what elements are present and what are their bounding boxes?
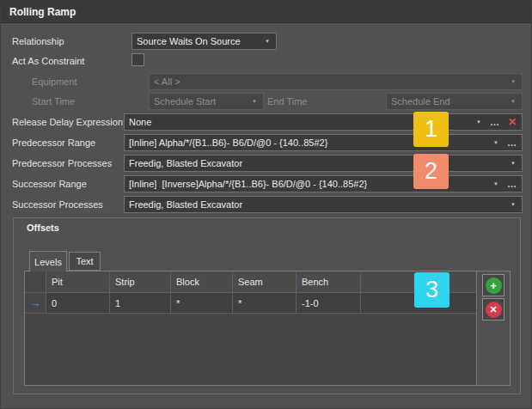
column-header-strip[interactable]: Strip: [110, 272, 171, 292]
relationship-dropdown[interactable]: Source Waits On Source ▼: [131, 33, 277, 50]
ellipsis-button[interactable]: …: [486, 117, 504, 127]
offsets-table-header: Pit Strip Block Seam Bench: [25, 272, 476, 293]
chevron-down-icon[interactable]: ▼: [488, 140, 504, 145]
chevron-down-icon[interactable]: ▼: [505, 202, 521, 207]
table-row[interactable]: → 0 1 * * -1-0: [25, 293, 476, 314]
annotation-badge-3-number: 3: [425, 277, 438, 303]
predecessor-processes-dropdown[interactable]: Freedig, Blasted Excavator ▼: [124, 155, 523, 172]
predecessor-range-field[interactable]: [Inline] Alpha/*/{B1..B6}- B6/D/@0 - {14…: [124, 134, 523, 151]
predecessor-processes-label: Predecessor Processes: [12, 155, 112, 172]
row-selector-cell[interactable]: →: [25, 293, 46, 313]
offsets-table: Pit Strip Block Seam Bench → 0 1 * * -1-…: [24, 271, 477, 386]
cell-block[interactable]: *: [171, 293, 233, 313]
successor-processes-value: Freedig, Blasted Excavator: [129, 199, 505, 210]
ellipsis-button[interactable]: …: [504, 137, 521, 148]
successor-processes-dropdown[interactable]: Freedig, Blasted Excavator ▼: [124, 196, 523, 213]
annotation-badge-1: 1: [413, 112, 449, 147]
column-header-block[interactable]: Block: [171, 272, 233, 292]
column-header-seam[interactable]: Seam: [233, 272, 297, 292]
column-header-pit[interactable]: Pit: [46, 272, 110, 292]
equipment-label: Equipment: [32, 73, 77, 90]
successor-processes-label: Successor Processes: [12, 196, 103, 213]
cell-strip[interactable]: 1: [110, 293, 171, 313]
equipment-value: < All >: [154, 76, 505, 87]
cell-bench[interactable]: -1-0: [297, 293, 361, 313]
predecessor-range-label: Predecessor Range: [12, 134, 95, 151]
panel-header: Rolling Ramp: [1, 1, 531, 23]
plus-icon: +: [486, 278, 502, 294]
offsets-group-title: Offsets: [27, 223, 59, 233]
annotation-badge-2-number: 2: [425, 158, 437, 185]
add-row-button[interactable]: +: [482, 274, 504, 296]
column-header-bench[interactable]: Bench: [297, 272, 361, 292]
release-delay-label: Release Delay Expression: [12, 113, 123, 131]
chevron-down-icon: ▼: [505, 99, 521, 104]
predecessor-processes-value: Freedig, Blasted Excavator: [129, 158, 505, 168]
row-selector-header: [25, 272, 46, 292]
current-row-arrow-icon: →: [30, 296, 41, 309]
tab-levels-label: Levels: [34, 257, 62, 267]
act-as-constraint-label: Act As Constraint: [12, 52, 84, 70]
rolling-ramp-panel: Rolling Ramp Relationship Source Waits O…: [0, 0, 532, 409]
panel-title: Rolling Ramp: [9, 6, 76, 18]
cell-pit[interactable]: 0: [46, 293, 110, 313]
start-time-value: Schedule Start: [154, 96, 247, 107]
tab-levels[interactable]: Levels: [29, 251, 67, 272]
end-time-value: Schedule End: [391, 96, 505, 107]
row-buttons-panel: + ✕: [477, 271, 511, 386]
end-time-dropdown: Schedule End ▼: [386, 93, 523, 110]
start-time-dropdown: Schedule Start ▼: [149, 93, 264, 110]
relationship-label: Relationship: [12, 33, 64, 50]
annotation-badge-3: 3: [414, 272, 449, 308]
tab-text-label: Text: [76, 256, 93, 266]
cell-seam[interactable]: *: [233, 293, 297, 313]
equipment-dropdown: < All > ▼: [149, 73, 523, 90]
chevron-down-icon[interactable]: ▼: [505, 161, 521, 166]
start-time-label: Start Time: [32, 93, 75, 110]
successor-range-field[interactable]: [Inline] [Inverse]Alpha/*/{B1..B6}- B6/D…: [124, 175, 523, 192]
tab-text[interactable]: Text: [69, 252, 101, 271]
chevron-down-icon: ▼: [247, 99, 262, 104]
ellipsis-button[interactable]: …: [504, 179, 521, 189]
chevron-down-icon[interactable]: ▼: [260, 39, 275, 44]
delete-row-button[interactable]: ✕: [482, 298, 504, 320]
successor-range-label: Successor Range: [12, 175, 87, 192]
chevron-down-icon: ▼: [505, 79, 521, 84]
release-delay-field[interactable]: None ▼ … ✕: [124, 113, 523, 131]
delete-x-icon: ✕: [486, 302, 502, 318]
annotation-badge-2: 2: [413, 154, 449, 189]
relationship-value: Source Waits On Source: [137, 36, 260, 46]
chevron-down-icon[interactable]: ▼: [471, 119, 486, 125]
act-as-constraint-checkbox[interactable]: [131, 53, 144, 66]
clear-x-icon[interactable]: ✕: [504, 116, 521, 128]
end-time-label: End Time: [267, 93, 307, 110]
annotation-badge-1-number: 1: [425, 116, 437, 143]
chevron-down-icon[interactable]: ▼: [488, 181, 504, 186]
